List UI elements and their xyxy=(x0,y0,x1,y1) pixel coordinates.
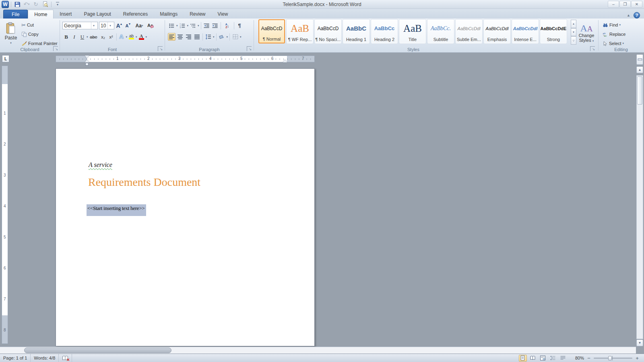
borders-dropdown-icon[interactable]: ▾ xyxy=(240,35,242,39)
clipboard-dialog-launcher[interactable]: ↘ xyxy=(53,46,58,51)
document-page[interactable]: A service Requirements Document <<Start … xyxy=(56,68,315,346)
shrink-font-button[interactable]: A▼ xyxy=(124,22,132,29)
horizontal-scroll-thumb[interactable] xyxy=(24,348,171,353)
line-spacing-button[interactable] xyxy=(204,33,212,41)
tab-stop-selector[interactable]: L xyxy=(2,55,9,62)
align-right-button[interactable] xyxy=(185,33,192,41)
superscript-button[interactable]: x² xyxy=(107,33,115,41)
horizontal-ruler[interactable]: 1 2 3 4 5 6 7 xyxy=(56,56,315,62)
change-styles-button[interactable]: AA Change Styles ▾ xyxy=(576,20,597,46)
copy-button[interactable]: Copy xyxy=(20,30,59,38)
tab-home[interactable]: Home xyxy=(28,10,54,19)
paste-button[interactable]: Paste ▾ xyxy=(3,20,19,47)
close-button[interactable]: ✕ xyxy=(631,1,642,8)
tab-review[interactable]: Review xyxy=(184,10,211,19)
undo-button[interactable]: ↶▾ xyxy=(23,1,31,8)
restore-button[interactable]: ❐ xyxy=(619,1,631,8)
tab-mailings[interactable]: Mailings xyxy=(154,10,184,19)
highlight-button[interactable]: ab xyxy=(128,33,135,41)
borders-button[interactable] xyxy=(231,33,239,41)
justify-button[interactable] xyxy=(193,33,201,41)
left-indent-marker[interactable] xyxy=(85,63,89,66)
style-title[interactable]: AaB Title xyxy=(399,19,426,43)
zoom-out-button[interactable]: − xyxy=(586,356,592,361)
word-logo-icon[interactable]: W xyxy=(2,1,9,8)
view-draft-button[interactable] xyxy=(559,355,567,362)
underline-dropdown-icon[interactable]: ▾ xyxy=(87,35,88,39)
bullets-button[interactable] xyxy=(168,22,175,29)
styles-dialog-launcher[interactable]: ↘ xyxy=(590,46,595,51)
selected-text-block[interactable]: <<Start inserting text here>> xyxy=(87,204,146,216)
show-hide-pilcrow-button[interactable]: ¶ xyxy=(236,22,244,29)
replace-button[interactable]: abac Replace xyxy=(601,30,627,38)
zoom-slider[interactable] xyxy=(594,358,632,359)
view-web-layout-button[interactable] xyxy=(539,355,547,362)
align-center-button[interactable] xyxy=(176,33,184,41)
style-normal[interactable]: AaBbCcD ¶ Normal xyxy=(258,19,285,43)
align-left-button[interactable] xyxy=(168,33,175,41)
ruler-toggle-button[interactable] xyxy=(636,54,643,65)
styles-scroll-down-button[interactable]: ▼ xyxy=(571,28,576,37)
horizontal-scrollbar[interactable] xyxy=(0,347,636,354)
style-wf-rep[interactable]: AaB ¶ WF Rep... xyxy=(287,19,313,43)
tab-view[interactable]: View xyxy=(212,10,234,19)
line-spacing-dropdown-icon[interactable]: ▾ xyxy=(213,35,215,39)
scroll-down-button[interactable]: ▼ xyxy=(636,339,643,346)
font-family-select[interactable]: Georgia ▾ xyxy=(62,22,98,29)
numbering-dropdown-icon[interactable]: ▾ xyxy=(187,24,189,27)
tab-page-layout[interactable]: Page Layout xyxy=(78,10,117,19)
styles-scroll-up-button[interactable]: ▲ xyxy=(571,20,576,28)
decrease-indent-button[interactable] xyxy=(203,22,211,29)
vertical-ruler[interactable]: 1 2 3 4 5 6 7 8 xyxy=(2,66,8,344)
style-subtitle[interactable]: AaBbCc. Subtitle xyxy=(427,19,454,43)
view-outline-button[interactable] xyxy=(549,355,557,362)
clear-formatting-button[interactable]: Aa xyxy=(147,22,154,29)
redo-button[interactable]: ↻ xyxy=(32,1,40,8)
strikethrough-button[interactable]: abe xyxy=(89,33,99,41)
cut-button[interactable]: ✂ Cut xyxy=(20,21,59,29)
find-button[interactable]: Find ▾ xyxy=(601,21,627,29)
tab-file[interactable]: File xyxy=(3,10,28,19)
shading-button[interactable] xyxy=(218,33,226,41)
style-emphasis[interactable]: AaBbCcDdl Emphasis xyxy=(484,19,510,43)
styles-gallery-more-button[interactable]: ▽ xyxy=(571,36,576,45)
print-preview-button[interactable] xyxy=(41,1,49,8)
collapse-ribbon-icon[interactable]: ▲ xyxy=(627,13,630,17)
vertical-scroll-track[interactable] xyxy=(636,75,643,339)
scroll-up-button[interactable]: ▲ xyxy=(636,66,643,73)
view-full-screen-button[interactable] xyxy=(529,355,537,362)
minimize-button[interactable]: – xyxy=(608,1,619,8)
right-indent-marker[interactable] xyxy=(283,60,287,62)
tab-insert[interactable]: Insert xyxy=(54,10,78,19)
customize-qat-button[interactable]: ▾ xyxy=(54,1,62,8)
font-dialog-launcher[interactable]: ↘ xyxy=(158,46,163,51)
numbering-button[interactable]: 123 xyxy=(179,22,186,29)
save-button[interactable] xyxy=(13,1,21,8)
style-heading-2[interactable]: AaBbCc Heading 2 xyxy=(371,19,398,43)
shading-dropdown-icon[interactable]: ▾ xyxy=(227,35,228,39)
tab-references[interactable]: References xyxy=(117,10,154,19)
italic-button[interactable]: I xyxy=(70,33,78,41)
text-effects-button[interactable]: A xyxy=(118,33,126,41)
grow-font-button[interactable]: A▲ xyxy=(116,22,123,29)
word-count[interactable]: Words: 4/8 xyxy=(31,354,59,362)
paragraph-dialog-launcher[interactable]: ↘ xyxy=(247,46,252,51)
style-intense-emphasis[interactable]: AaBbCcDdl Intense E... xyxy=(512,19,539,43)
font-color-dropdown-icon[interactable]: ▾ xyxy=(146,35,147,39)
document-text-service[interactable]: A service xyxy=(89,161,112,169)
subscript-button[interactable]: x₂ xyxy=(99,33,107,41)
text-effects-dropdown-icon[interactable]: ▾ xyxy=(126,35,128,39)
font-size-select[interactable]: 10 ▾ xyxy=(99,22,114,29)
vertical-scroll-thumb[interactable] xyxy=(637,76,642,105)
bold-button[interactable]: B xyxy=(62,33,70,41)
zoom-in-button[interactable]: + xyxy=(634,356,640,361)
sort-button[interactable]: AZ ↓ xyxy=(223,22,232,29)
help-button[interactable]: ? xyxy=(634,12,640,19)
proofing-status-button[interactable]: ✕ xyxy=(59,354,72,362)
style-no-spacing[interactable]: AaBbCcD ¶ No Spaci... xyxy=(315,19,341,43)
zoom-slider-thumb[interactable] xyxy=(608,356,612,360)
highlight-dropdown-icon[interactable]: ▾ xyxy=(136,35,137,39)
document-heading[interactable]: Requirements Document xyxy=(88,176,200,189)
first-line-indent-marker[interactable] xyxy=(85,56,89,58)
vertical-scrollbar[interactable]: ▲ ▼ xyxy=(636,54,643,346)
